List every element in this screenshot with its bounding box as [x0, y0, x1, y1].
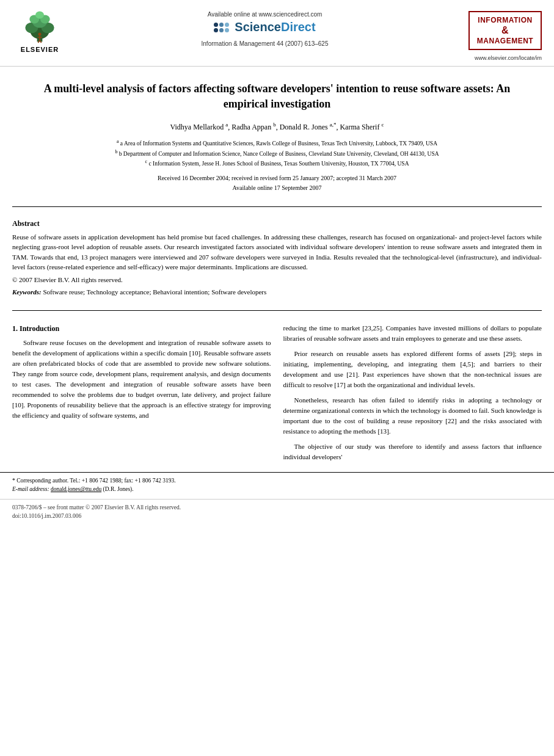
footnote-email: E-mail address: donald.jones@ttu.edu (D.…: [12, 485, 542, 493]
keywords-text: Software reuse; Technology acceptance; B…: [43, 288, 266, 296]
intro-para-4: Nonetheless, research has often failed t…: [283, 395, 542, 437]
svg-point-7: [35, 11, 44, 18]
abstract-section: Abstract Reuse of software assets in app…: [0, 213, 554, 304]
email-link: donald.jones@ttu.edu: [51, 486, 101, 492]
svg-point-8: [38, 32, 41, 35]
available-online-date: Available online 17 September 2007: [37, 183, 517, 193]
elsevier-tree-icon: [18, 11, 61, 45]
available-online-text: Available online at www.sciencedirect.co…: [208, 11, 323, 18]
authors: Vidhya Mellarkod a, Radha Appan b, Donal…: [37, 122, 517, 132]
im-title-line1: INFORMATION & MANAGEMENT: [475, 16, 536, 45]
intro-para-5: The objective of our study was therefore…: [283, 442, 542, 462]
section-1-heading: 1. Introduction: [12, 323, 271, 335]
sd-dot: [225, 28, 229, 32]
affiliations: a a Area of Information Systems and Quan…: [37, 138, 517, 168]
elsevier-name: ELSEVIER: [21, 46, 59, 53]
footnote-email-text: E-mail address:: [12, 486, 51, 492]
intro-para-2: reducing the time to market [23,25]. Com…: [283, 323, 542, 344]
body-section: 1. Introduction Software reuse focuses o…: [0, 317, 554, 468]
keywords: Keywords: Software reuse; Technology acc…: [12, 288, 542, 296]
sd-dot: [214, 28, 218, 32]
footer-section: 0378-7206/$ – see front matter © 2007 El…: [0, 499, 554, 525]
divider-after-abstract: [12, 310, 542, 311]
divider-after-title: [12, 206, 542, 207]
footer-issn: 0378-7206/$ – see front matter © 2007 El…: [12, 503, 542, 512]
left-column: 1. Introduction Software reuse focuses o…: [12, 323, 271, 468]
sciencedirect-logo: ScienceDirect: [214, 20, 315, 34]
affiliation-b: b b Department of Computer and Informati…: [37, 148, 517, 158]
sd-dots-icon: [214, 23, 231, 32]
dates: Received 16 December 2004; received in r…: [37, 173, 517, 193]
footnote-corresponding: * Corresponding author. Tel.: +1 806 742…: [12, 476, 542, 485]
sd-dot: [225, 23, 229, 27]
keywords-label: Keywords:: [12, 288, 42, 296]
journal-info: Information & Management 44 (2007) 613–6…: [202, 40, 329, 47]
footnote-section: * Corresponding author. Tel.: +1 806 742…: [0, 472, 554, 496]
sd-dot: [219, 23, 224, 27]
header-right: INFORMATION & MANAGEMENT www.elsevier.co…: [462, 11, 542, 61]
intro-para-1: Software reuse focuses on the developmen…: [12, 338, 271, 421]
abstract-heading: Abstract: [12, 219, 542, 228]
article-title: A multi-level analysis of factors affect…: [37, 81, 517, 112]
right-column: reducing the time to market [23,25]. Com…: [283, 323, 542, 468]
footer-doi: doi:10.1016/j.im.2007.03.006: [12, 512, 542, 520]
sciencedirect-text: ScienceDirect: [235, 20, 315, 34]
header: ELSEVIER Available online at www.science…: [0, 0, 554, 67]
abstract-text: Reuse of software assets in application …: [12, 232, 542, 272]
sd-dot: [214, 23, 218, 27]
elsevier-url: www.elsevier.com/locate/im: [475, 55, 542, 61]
elsevier-logo: ELSEVIER: [12, 11, 67, 53]
affiliation-a: a a Area of Information Systems and Quan…: [37, 138, 517, 148]
affiliation-c: c c Information System, Jesse H. Jones S…: [37, 158, 517, 168]
sd-dot: [219, 28, 224, 32]
two-col-layout: 1. Introduction Software reuse focuses o…: [12, 323, 542, 468]
header-center: Available online at www.sciencedirect.co…: [67, 11, 462, 47]
page: ELSEVIER Available online at www.science…: [0, 0, 554, 756]
title-section: A multi-level analysis of factors affect…: [0, 67, 554, 200]
intro-para-3: Prior research on reusable assets has ex…: [283, 349, 542, 390]
im-logo: INFORMATION & MANAGEMENT: [468, 11, 542, 50]
received-date: Received 16 December 2004; received in r…: [37, 173, 517, 183]
copyright: © 2007 Elsevier B.V. All rights reserved…: [12, 276, 542, 283]
